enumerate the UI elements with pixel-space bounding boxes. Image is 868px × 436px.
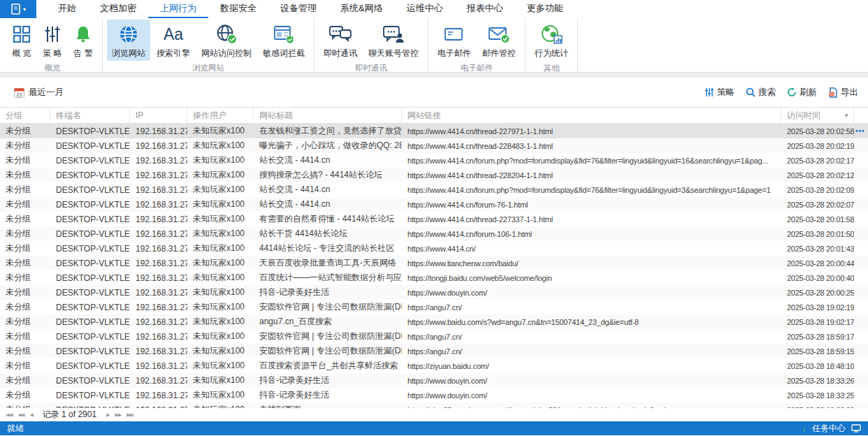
search-engine-button[interactable]: Aa 搜索引擎 [152, 20, 195, 61]
table-row[interactable]: 未分组DESKTOP-VLKTLE1192.168.31.27未知玩家x1004… [0, 241, 868, 256]
table-row[interactable]: 未分组DESKTOP-VLKTLE1192.168.31.27未知玩家x100未… [0, 402, 868, 408]
overview-button[interactable]: 概 览 [7, 20, 36, 61]
table-row[interactable]: 未分组DESKTOP-VLKTLE1192.168.31.27未知玩家x100曝… [0, 138, 868, 153]
nav-first-button[interactable]: |◀◀ [4, 412, 14, 418]
cell-ip: 192.168.31.27 [130, 197, 187, 212]
table-row[interactable]: 未分组DESKTOP-VLKTLE1192.168.31.27未知玩家x100抖… [0, 285, 868, 300]
cell-terminal: DESKTOP-VLKTLE1 [50, 153, 130, 168]
website-access-control-button[interactable]: 网站访问控制 [196, 20, 256, 61]
ribbon-group-other: 行为统计 其他 [526, 18, 578, 72]
policy-ribbon-button[interactable]: 策 略 [38, 20, 67, 61]
nav-prev-button[interactable]: ◀ [28, 412, 34, 418]
tab-data-security[interactable]: 数据安全 [208, 0, 268, 18]
cell-user: 未知玩家x100 [187, 212, 254, 226]
table-row[interactable]: 未分组DESKTOP-VLKTLE1192.168.31.27未知玩家x100站… [0, 197, 868, 212]
cell-actions [854, 182, 868, 197]
refresh-button-label: 刷新 [800, 87, 817, 99]
column-header-time[interactable]: 访问时间▼ [781, 108, 854, 123]
table-row[interactable]: 未分组DESKTOP-VLKTLE1192.168.31.27未知玩家x100天… [0, 256, 868, 270]
export-button[interactable]: PDF 导出 [828, 87, 858, 99]
tab-more-features[interactable]: 更多功能 [515, 0, 575, 18]
nav-next-page-button[interactable]: ▶▶ [114, 412, 123, 418]
cell-terminal: DESKTOP-VLKTLE1 [50, 226, 130, 241]
behavior-stats-button[interactable]: 行为统计 [530, 20, 573, 61]
cell-actions [854, 388, 868, 402]
app-menu-button[interactable]: ▾ [0, 0, 36, 18]
table-row[interactable]: 未分组DESKTOP-VLKTLE1192.168.31.27未知玩家x100站… [0, 226, 868, 241]
browse-website-label: 浏览网站 [112, 48, 145, 59]
cell-time: 2025-03-28 18:30:30 [781, 402, 854, 408]
policy-button[interactable]: 策略 [704, 87, 735, 99]
instant-messaging-button[interactable]: 即时通讯 [319, 20, 362, 61]
column-header-url[interactable]: 网站链接 [402, 108, 781, 123]
tab-report-center[interactable]: 报表中心 [455, 0, 515, 18]
tab-start[interactable]: 开始 [46, 0, 88, 18]
cell-ip: 192.168.31.27 [130, 168, 187, 182]
search-button[interactable]: 搜索 [746, 87, 776, 99]
tab-system-network[interactable]: 系统&网络 [328, 0, 395, 18]
alert-label: 告 警 [73, 48, 92, 59]
tab-internet-behavior[interactable]: 上网行为 [148, 0, 208, 18]
task-center-window-icon[interactable] [851, 424, 861, 433]
tab-device-management[interactable]: 设备管理 [268, 0, 328, 18]
cell-url: https://www.4414.cn/forum.php?mod=forumd… [402, 182, 781, 197]
app-window: ▾ 开始 文档加密 上网行为 数据安全 设备管理 系统&网络 运维中心 报表中心… [0, 0, 868, 436]
sensitive-word-block-button[interactable]: 敏感词拦截 [258, 20, 310, 61]
cell-time: 2025-03-28 20:02:19 [781, 138, 854, 153]
table-row[interactable]: 未分组DESKTOP-VLKTLE1192.168.31.27未知玩家x100站… [0, 153, 868, 168]
cell-ip: 192.168.31.27 [130, 358, 187, 373]
column-header-title[interactable]: 网站标题 [254, 108, 402, 123]
table-row[interactable]: 未分组DESKTOP-VLKTLE1192.168.31.27未知玩家x100搜… [0, 168, 868, 182]
column-header-user[interactable]: 操作用户 [187, 108, 254, 123]
table-row[interactable]: 未分组DESKTOP-VLKTLE1192.168.31.27未知玩家x100抖… [0, 388, 868, 402]
time-filter-caret-icon[interactable]: ▼ [844, 112, 849, 119]
alert-button[interactable]: 告 警 [68, 20, 98, 61]
email-control-button[interactable]: 邮件管控 [477, 20, 521, 61]
table-row[interactable]: 未分组DESKTOP-VLKTLE1192.168.31.27未知玩家x100抖… [0, 373, 868, 388]
nav-prev-page-button[interactable]: ◀◀ [17, 412, 26, 418]
cell-ip: 192.168.31.27 [130, 256, 187, 270]
cell-time: 2025-03-28 20:00:25 [781, 285, 854, 300]
table-row[interactable]: 未分组DESKTOP-VLKTLE1192.168.31.27未知玩家x100百… [0, 358, 868, 373]
table-row[interactable]: 未分组DESKTOP-VLKTLE1192.168.31.27未知玩家x100百… [0, 270, 868, 285]
chat-account-control-button[interactable]: 聊天账号管控 [363, 20, 424, 61]
table-row[interactable]: 未分组DESKTOP-VLKTLE1192.168.31.27未知玩家x100站… [0, 182, 868, 197]
tab-doc-encryption[interactable]: 文档加密 [88, 0, 148, 18]
nav-next-button[interactable]: ▶ [105, 412, 110, 418]
date-range-filter[interactable]: 23 最近一月 [14, 87, 64, 99]
cell-group: 未分组 [0, 138, 50, 153]
cell-terminal: DESKTOP-VLKTLE1 [50, 168, 130, 182]
table-row[interactable]: 未分组DESKTOP-VLKTLE1192.168.31.27未知玩家x100有… [0, 212, 868, 226]
column-header-ip[interactable]: IP [130, 108, 187, 123]
record-count-label: 记录 1 of 2901 [43, 409, 96, 421]
grid-body: 未分组DESKTOP-VLKTLE1192.168.31.27未知玩家x100在… [0, 124, 868, 408]
email-button[interactable]: 电子邮件 [433, 20, 476, 61]
cell-title: 安固软件官网 | 专注公司数据防泄漏(DLP)，... [254, 300, 402, 314]
cell-ip: 192.168.31.27 [130, 388, 187, 402]
cell-time: 2025-03-28 18:59:17 [781, 329, 854, 344]
browse-website-button[interactable]: 浏览网站 [107, 20, 150, 61]
cell-url: https://www.4414.cn/forum.php?mod=forumd… [402, 153, 781, 168]
table-row[interactable]: 未分组DESKTOP-VLKTLE1192.168.31.27未知玩家x100在… [0, 124, 868, 138]
cell-terminal: DESKTOP-VLKTLE1 [50, 212, 130, 226]
cell-title: 站长交流 - 4414.cn [254, 182, 402, 197]
website-access-control-label: 网站访问控制 [201, 48, 252, 59]
cell-group: 未分组 [0, 182, 50, 197]
column-header-terminal[interactable]: 终端名 [50, 108, 130, 123]
cell-time: 2025-03-28 18:59:15 [781, 344, 854, 358]
cell-terminal: DESKTOP-VLKTLE1 [50, 256, 130, 270]
table-row[interactable]: 未分组DESKTOP-VLKTLE1192.168.31.27未知玩家x100安… [0, 329, 868, 344]
nav-last-button[interactable]: ▶▶| [125, 412, 135, 418]
column-header-group[interactable]: 分组 [0, 108, 50, 123]
table-row[interactable]: 未分组DESKTOP-VLKTLE1192.168.31.27未知玩家x100a… [0, 314, 868, 329]
refresh-button[interactable]: 刷新 [787, 87, 817, 99]
cell-user: 未知玩家x100 [187, 388, 254, 402]
row-actions-button[interactable]: ••• [854, 124, 868, 138]
svg-text:23: 23 [17, 92, 22, 96]
search-engine-label: 搜索引擎 [157, 48, 190, 59]
tab-ops-center[interactable]: 运维中心 [395, 0, 455, 18]
task-center-button[interactable]: 任务中心 [812, 423, 846, 435]
table-row[interactable]: 未分组DESKTOP-VLKTLE1192.168.31.27未知玩家x100安… [0, 300, 868, 314]
cell-ip: 192.168.31.27 [130, 212, 187, 226]
table-row[interactable]: 未分组DESKTOP-VLKTLE1192.168.31.27未知玩家x100安… [0, 344, 868, 358]
